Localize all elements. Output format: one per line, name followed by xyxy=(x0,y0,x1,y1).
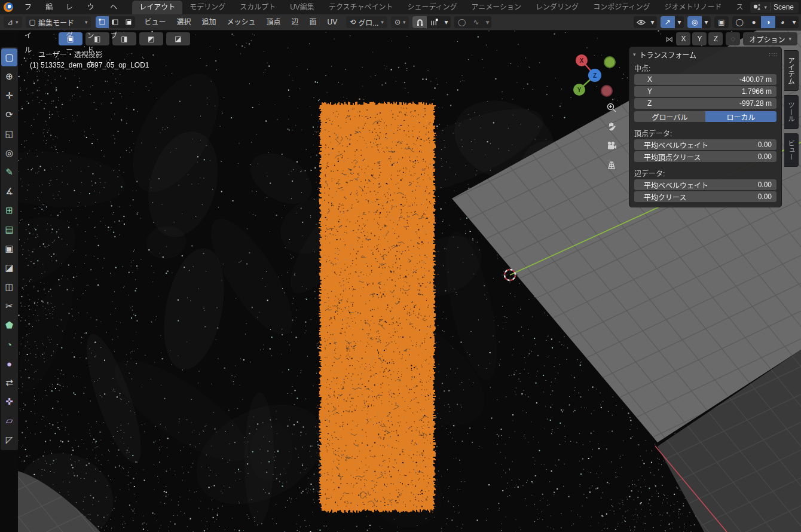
workspace-tab-compositing[interactable]: コンポジティング xyxy=(586,1,657,14)
chevron-down-icon[interactable]: ▾ xyxy=(648,16,657,28)
show-overlays-button[interactable]: ◎ xyxy=(687,16,702,28)
options-dropdown[interactable]: オプション ▾ xyxy=(743,32,797,45)
topbar-menu[interactable]: ヘルプ xyxy=(103,0,124,14)
tool-rip-region[interactable]: ◸ xyxy=(1,431,17,449)
chevron-down-icon[interactable]: ▾ xyxy=(790,16,799,28)
tool-poly-build[interactable]: ⬟ xyxy=(1,316,17,334)
viewport-menu[interactable]: メッシュ xyxy=(222,14,261,30)
topbar-menu[interactable]: ファイル xyxy=(18,0,39,14)
tool-select-box[interactable]: ▢ xyxy=(1,48,17,66)
workspace-tab-modeling[interactable]: モデリング xyxy=(182,1,233,14)
space-button-local[interactable]: ローカル xyxy=(705,111,776,122)
panel-grip-icon[interactable]: ∷∷ xyxy=(769,51,778,58)
median-field[interactable]: Y 1.7966 m xyxy=(634,86,776,97)
tool-shear[interactable]: ▱ xyxy=(1,412,17,430)
gizmo-x-negative[interactable] xyxy=(601,85,612,96)
box-select-mode-intersect[interactable]: ◪ xyxy=(166,32,190,45)
workspace-tab-uv-editing[interactable]: UV編集 xyxy=(283,1,322,14)
workspace-tab-layout[interactable]: レイアウト xyxy=(132,1,182,14)
navigation-gizmo[interactable]: X Z Y xyxy=(568,53,623,100)
show-hide-dropdown[interactable] xyxy=(634,16,648,28)
chevron-down-icon[interactable]: ▾ xyxy=(675,16,684,28)
workspace-tab-sculpt[interactable]: スカルプト xyxy=(233,1,283,14)
select-mode-vertex-button[interactable] xyxy=(96,16,109,28)
workspace-tab-texture-paint[interactable]: テクスチャペイント xyxy=(322,1,400,14)
topbar-menu[interactable]: ウィンドウ xyxy=(81,0,104,14)
chevron-down-icon[interactable]: ▾ xyxy=(702,16,711,28)
mirror-icon[interactable]: ⋈ xyxy=(665,35,673,44)
viewport-menu[interactable]: 選択 xyxy=(172,14,197,30)
tool-add-cube[interactable]: ⊞ xyxy=(1,201,17,219)
median-field[interactable]: Z -997.28 m xyxy=(634,98,776,109)
snap-toggle-button[interactable] xyxy=(412,16,427,28)
panel-header[interactable]: ▾ トランスフォーム ∷∷ xyxy=(629,47,781,62)
select-mode-edge-button[interactable] xyxy=(109,16,122,28)
sidebar-tab-view[interactable]: ビュー xyxy=(784,133,799,167)
viewport-menu[interactable]: 辺 xyxy=(286,14,304,30)
box-select-mode-invert[interactable]: ◩ xyxy=(139,32,163,45)
viewport-menu[interactable]: ビュー xyxy=(139,14,171,30)
sidebar-tab-item[interactable]: アイテム xyxy=(784,50,799,91)
editor-type-button[interactable]: ⊿ ▾ xyxy=(4,16,22,28)
proportional-falloff-icon[interactable]: ◌ xyxy=(726,32,740,45)
edge-data-field[interactable]: 平均クリース 0.00 xyxy=(634,191,776,202)
tool-rotate[interactable]: ⟳ xyxy=(1,106,17,124)
toggle-perspective-button[interactable] xyxy=(604,157,619,173)
viewport-menu[interactable]: 追加 xyxy=(197,14,222,30)
proportional-editing-button[interactable]: ◯ xyxy=(454,16,469,28)
zoom-button[interactable] xyxy=(604,100,619,115)
space-button-global[interactable]: グローバル xyxy=(634,111,705,122)
blender-logo-icon[interactable] xyxy=(4,2,13,12)
tool-cursor[interactable]: ⊕ xyxy=(1,68,17,85)
select-mode-face-button[interactable] xyxy=(122,16,135,28)
chevron-down-icon[interactable]: ▾ xyxy=(483,16,491,28)
vertex-data-field[interactable]: 平均ベベルウェイト 0.00 xyxy=(634,139,776,150)
pan-button[interactable] xyxy=(604,119,619,134)
tool-measure[interactable]: ∡ xyxy=(1,182,17,200)
transform-orientation-dropdown[interactable]: ⟲ グロ... ▾ xyxy=(346,16,387,28)
show-gizmo-button[interactable]: ↗ xyxy=(661,16,675,28)
mode-dropdown[interactable]: ▢ 編集モード ▾ xyxy=(26,16,91,28)
viewport-menu[interactable]: UV xyxy=(322,14,343,30)
workspace-tab-scripting-truncated[interactable]: ス xyxy=(729,1,750,14)
tool-scale[interactable]: ◱ xyxy=(1,125,17,143)
sidebar-tab-tool[interactable]: ツール xyxy=(784,95,799,129)
chevron-down-icon[interactable]: ▾ xyxy=(441,16,451,28)
shading-solid-button[interactable]: ● xyxy=(747,16,761,28)
shading-wireframe-button[interactable]: ◯ xyxy=(732,16,747,28)
workspace-tab-rendering[interactable]: レンダリング xyxy=(528,1,586,14)
tool-loop-cut[interactable]: ◫ xyxy=(1,278,17,296)
median-field[interactable]: X -400.07 m xyxy=(634,74,776,85)
tool-transform[interactable]: ◎ xyxy=(1,144,17,162)
mirror-axis-button[interactable]: Y xyxy=(692,32,707,45)
tool-shrink-fatten[interactable]: ✜ xyxy=(1,393,17,411)
tool-annotate[interactable]: ✎ xyxy=(1,163,17,181)
mirror-axis-button[interactable]: Z xyxy=(708,32,723,45)
scene-chip[interactable]: ▾ Scene xyxy=(750,2,799,13)
tool-edge-slide[interactable]: ⇄ xyxy=(1,374,17,392)
tool-extrude-region[interactable]: ▤ xyxy=(1,221,17,239)
tool-move[interactable]: ✛ xyxy=(1,87,17,105)
mirror-axis-button[interactable]: X xyxy=(676,32,690,45)
vertex-data-field[interactable]: 平均頂点クリース 0.00 xyxy=(634,151,776,162)
topbar-menu[interactable]: 編集 xyxy=(39,0,59,14)
toggle-xray-button[interactable]: ▣ xyxy=(714,16,729,28)
tool-inset-faces[interactable]: ▣ xyxy=(1,240,17,258)
tool-spin[interactable]: ◔ xyxy=(1,335,17,353)
pivot-point-dropdown[interactable]: ⊙ ▾ xyxy=(391,16,409,28)
topbar-menu[interactable]: レンダー xyxy=(59,0,80,14)
shading-material-button[interactable]: ◑ xyxy=(761,16,775,28)
falloff-curve-icon[interactable]: ∿ xyxy=(469,16,483,28)
viewport-menu[interactable]: 面 xyxy=(304,14,322,30)
shading-rendered-button[interactable]: ◕ xyxy=(775,16,790,28)
tool-smooth[interactable]: ● xyxy=(1,354,17,372)
workspace-tab-animation[interactable]: アニメーション xyxy=(464,1,529,14)
tool-knife[interactable]: ✂ xyxy=(1,297,17,315)
snap-to-dropdown[interactable] xyxy=(427,16,441,28)
edge-data-field[interactable]: 平均ベベルウェイト 0.00 xyxy=(634,179,776,190)
gizmo-y-negative[interactable] xyxy=(604,57,615,68)
viewport-menu[interactable]: 頂点 xyxy=(261,14,286,30)
workspace-tab-geometry-nodes[interactable]: ジオメトリノード xyxy=(657,1,729,14)
workspace-tab-shading[interactable]: シェーディング xyxy=(400,1,464,14)
tool-bevel[interactable]: ◪ xyxy=(1,259,17,277)
